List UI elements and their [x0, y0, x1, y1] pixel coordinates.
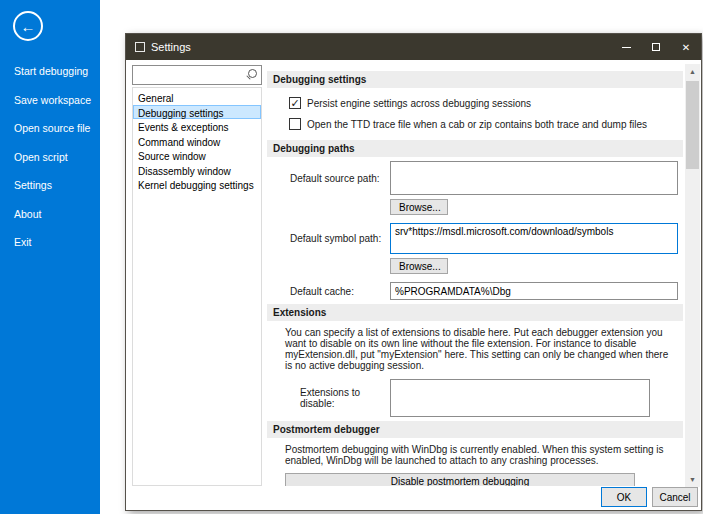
- section-header-extensions: Extensions: [267, 304, 683, 321]
- persist-engine-settings-label: Persist engine settings across debugging…: [307, 98, 531, 109]
- scroll-up-icon[interactable]: ▲: [685, 64, 700, 79]
- section-header-debugging-paths: Debugging paths: [267, 140, 683, 157]
- content-scrollbar[interactable]: ▲ ▼: [685, 64, 700, 487]
- settings-search-input[interactable]: [133, 66, 245, 84]
- nav-item-events-exceptions[interactable]: Events & exceptions: [133, 119, 261, 134]
- settings-nav-panel: General Debugging settings Events & exce…: [132, 65, 262, 486]
- nav-item-debugging-settings[interactable]: Debugging settings: [133, 105, 261, 120]
- dialog-title: Settings: [151, 41, 611, 53]
- sidebar-item-about[interactable]: About: [0, 200, 100, 229]
- ok-button[interactable]: OK: [601, 487, 647, 507]
- dialog-titlebar: Settings ✕: [126, 34, 701, 60]
- settings-window-icon: [135, 42, 145, 52]
- scroll-down-icon[interactable]: ▼: [685, 472, 700, 487]
- minimize-icon: [622, 47, 631, 48]
- sidebar-item-open-source-file[interactable]: Open source file: [0, 114, 100, 143]
- disable-postmortem-debugging-button[interactable]: Disable postmortem debugging: [285, 473, 635, 486]
- settings-search-box: [132, 65, 262, 85]
- sidebar-item-save-workspace[interactable]: Save workspace: [0, 86, 100, 115]
- default-symbol-path-input[interactable]: srv*https://msdl.microsoft.com/download/…: [390, 223, 678, 254]
- browse-symbol-path-button[interactable]: Browse...: [390, 258, 448, 274]
- close-button[interactable]: ✕: [671, 34, 701, 60]
- app-sidebar: ← Start debugging Save workspace Open so…: [0, 0, 100, 514]
- sidebar-item-open-script[interactable]: Open script: [0, 143, 100, 172]
- check-glyph: ✓: [290, 98, 299, 109]
- default-cache-row: Default cache:: [267, 282, 683, 300]
- default-source-path-input[interactable]: [390, 161, 678, 195]
- default-cache-input[interactable]: [390, 282, 678, 300]
- default-cache-label: Default cache:: [267, 286, 390, 297]
- settings-dialog: Settings ✕ General Debugging settings Ev…: [125, 33, 702, 511]
- open-ttd-trace-label: Open the TTD trace file when a cab or zi…: [307, 119, 647, 130]
- browse-source-path-button[interactable]: Browse...: [390, 199, 448, 215]
- section-header-debugging-settings: Debugging settings: [267, 71, 683, 88]
- cancel-button[interactable]: Cancel: [652, 487, 698, 507]
- nav-item-disassembly-window[interactable]: Disassembly window: [133, 163, 261, 178]
- default-symbol-path-row: Default symbol path: srv*https://msdl.mi…: [267, 223, 683, 254]
- nav-item-command-window[interactable]: Command window: [133, 134, 261, 149]
- back-arrow-icon: ←: [21, 18, 36, 35]
- default-source-path-row: Default source path:: [267, 161, 683, 195]
- default-source-path-label: Default source path:: [267, 173, 390, 184]
- settings-category-list: General Debugging settings Events & exce…: [132, 87, 262, 486]
- maximize-icon: [652, 43, 660, 51]
- extensions-to-disable-input[interactable]: [390, 379, 650, 417]
- persist-engine-settings-checkbox-row[interactable]: ✓ Persist engine settings across debuggi…: [289, 97, 683, 109]
- nav-item-kernel-debugging-settings[interactable]: Kernel debugging settings: [133, 177, 261, 192]
- sidebar-item-exit[interactable]: Exit: [0, 228, 100, 257]
- extensions-to-disable-row: Extensions to disable:: [267, 379, 683, 417]
- app-menu: Start debugging Save workspace Open sour…: [0, 57, 100, 257]
- back-button[interactable]: ←: [13, 11, 43, 41]
- sidebar-item-settings[interactable]: Settings: [0, 171, 100, 200]
- default-symbol-path-label: Default symbol path:: [267, 233, 390, 244]
- open-ttd-trace-checkbox-row[interactable]: Open the TTD trace file when a cab or zi…: [289, 118, 683, 130]
- search-icon: [245, 67, 261, 83]
- extensions-to-disable-label: Extensions to disable:: [267, 387, 390, 409]
- checkbox-unchecked-icon[interactable]: [289, 118, 301, 130]
- minimize-button[interactable]: [611, 34, 641, 60]
- sidebar-item-start-debugging[interactable]: Start debugging: [0, 57, 100, 86]
- close-icon: ✕: [682, 42, 690, 53]
- checkbox-checked-icon[interactable]: ✓: [289, 97, 301, 109]
- settings-content-pane: Debugging settings ✓ Persist engine sett…: [267, 65, 683, 486]
- nav-item-general[interactable]: General: [133, 90, 261, 105]
- section-header-postmortem-debugger: Postmortem debugger: [267, 421, 683, 438]
- nav-item-source-window[interactable]: Source window: [133, 148, 261, 163]
- scrollbar-thumb[interactable]: [686, 81, 699, 169]
- postmortem-description: Postmortem debugging with WinDbg is curr…: [285, 444, 671, 466]
- maximize-button[interactable]: [641, 34, 671, 60]
- extensions-description: You can specify a list of extensions to …: [285, 327, 671, 371]
